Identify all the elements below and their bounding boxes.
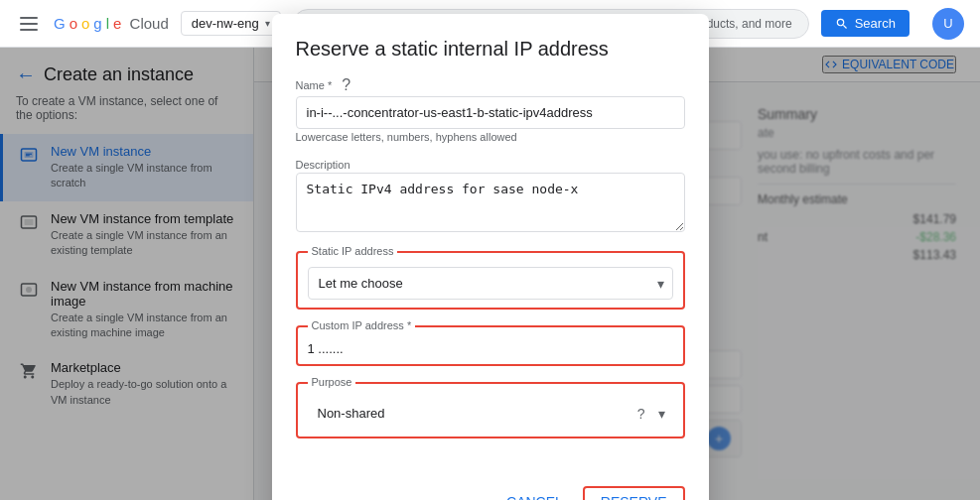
custom-ip-legend: Custom IP address * (308, 319, 416, 331)
static-ip-select[interactable]: Let me choose (309, 268, 672, 299)
purpose-content: Non-shared ? ▾ (298, 384, 683, 437)
modal-actions: CANCEL RESERVE (272, 470, 709, 500)
reserve-button[interactable]: RESERVE (583, 486, 685, 500)
search-button-label: Search (855, 16, 896, 31)
project-selector[interactable]: dev-nw-eng ▾ (181, 11, 281, 36)
purpose-select-wrapper: Non-shared ? ▾ (308, 398, 673, 429)
description-textarea[interactable] (296, 173, 685, 232)
purpose-select[interactable]: Non-shared (308, 398, 673, 429)
search-button[interactable]: Search (821, 10, 910, 37)
custom-ip-content (298, 327, 683, 364)
purpose-help-icon[interactable]: ? (637, 406, 645, 422)
purpose-form-group: Purpose Non-shared ? ▾ (296, 382, 685, 438)
cancel-button[interactable]: CANCEL (494, 486, 575, 500)
description-form-group: Description (296, 159, 685, 235)
static-ip-legend: Static IP address (308, 245, 398, 257)
project-name: dev-nw-eng (192, 16, 259, 31)
google-cloud-logo: Google Cloud (54, 15, 169, 32)
main-content: EQUIVALENT CODE Networks in this subnet … (254, 48, 980, 500)
name-help-icon[interactable]: ? (342, 76, 350, 94)
search-btn-icon (835, 17, 849, 31)
name-form-group: Name * ? Lowercase letters, numbers, hyp… (296, 76, 685, 143)
user-avatar[interactable]: U (932, 8, 964, 40)
static-ip-select-wrapper: Let me choose ▾ (308, 267, 673, 300)
name-hint: Lowercase letters, numbers, hyphens allo… (296, 131, 685, 143)
name-input[interactable] (296, 96, 685, 129)
static-ip-content: Let me choose ▾ (298, 253, 683, 308)
reserve-static-ip-modal: Reserve a static internal IP address Nam… (272, 48, 709, 500)
static-ip-form-group: Static IP address Let me choose ▾ (296, 251, 685, 310)
custom-ip-input[interactable] (308, 341, 673, 356)
chevron-down-icon: ▾ (265, 18, 270, 29)
hamburger-menu[interactable] (16, 13, 42, 35)
description-label: Description (296, 159, 685, 171)
purpose-legend: Purpose (308, 376, 356, 388)
modal-title: Reserve a static internal IP address (272, 48, 709, 76)
custom-ip-form-group: Custom IP address * (296, 325, 685, 366)
page-layout: ← Create an instance To create a VM inst… (0, 48, 980, 500)
name-label: Name * ? (296, 76, 685, 94)
modal-overlay: Reserve a static internal IP address Nam… (254, 48, 980, 500)
modal-body: Name * ? Lowercase letters, numbers, hyp… (272, 76, 709, 470)
